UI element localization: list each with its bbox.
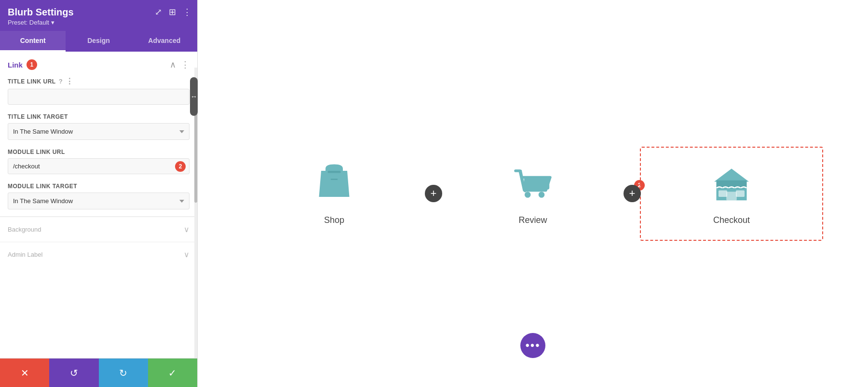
title-link-url-input[interactable] bbox=[8, 89, 190, 105]
title-link-url-group: Title Link URL ? ⋮ bbox=[0, 75, 197, 111]
svg-rect-10 bbox=[719, 190, 727, 197]
module-link-url-label: Module Link URL bbox=[8, 149, 190, 155]
more-icon[interactable]: ⋮ bbox=[183, 7, 191, 17]
add-button-2-wrapper: + 2 bbox=[624, 185, 640, 202]
review-label: Review bbox=[518, 215, 547, 225]
svg-rect-0 bbox=[328, 171, 341, 173]
module-link-url-field: 2 bbox=[8, 158, 190, 174]
blurb-item-shop[interactable]: Shop bbox=[243, 148, 426, 240]
shop-icon bbox=[312, 162, 356, 207]
sidebar-content: Link 1 ∧ ⋮ Title Link URL ? ⋮ Title Link… bbox=[0, 52, 197, 358]
admin-label-label: Admin Label bbox=[8, 251, 42, 258]
svg-rect-12 bbox=[726, 192, 737, 200]
module-link-target-group: Module Link Target In The Same Window In… bbox=[0, 181, 197, 216]
title-link-url-more-icon[interactable]: ⋮ bbox=[66, 77, 74, 86]
redo-button[interactable]: ↻ bbox=[99, 359, 148, 387]
cancel-button[interactable]: ✕ bbox=[0, 359, 49, 387]
link-more-icon[interactable]: ⋮ bbox=[181, 59, 190, 70]
module-link-target-select[interactable]: In The Same Window In A New Tab bbox=[8, 193, 190, 209]
module-link-target-label: Module Link Target bbox=[8, 183, 190, 190]
background-collapse-icon: ∨ bbox=[184, 225, 190, 234]
sidebar-tabs: Content Design Advanced bbox=[0, 31, 197, 52]
title-link-target-select[interactable]: In The Same Window In A New Tab bbox=[8, 123, 190, 140]
module-link-badge: 2 bbox=[175, 161, 186, 172]
undo-button[interactable]: ↺ bbox=[49, 359, 98, 387]
blurb-item-checkout[interactable]: Checkout bbox=[640, 147, 823, 241]
background-label: Background bbox=[8, 226, 41, 233]
sidebar-scrollbar-thumb bbox=[194, 106, 197, 203]
blurb-item-review[interactable]: Review bbox=[441, 148, 624, 240]
link-section-header: Link 1 ∧ ⋮ bbox=[0, 52, 197, 75]
shop-label: Shop bbox=[324, 215, 344, 225]
svg-point-4 bbox=[539, 192, 545, 198]
save-button[interactable]: ✓ bbox=[148, 359, 197, 387]
link-section-title: Link 1 bbox=[8, 59, 37, 70]
tab-content[interactable]: Content bbox=[0, 31, 66, 52]
svg-rect-11 bbox=[736, 190, 745, 197]
checkout-label: Checkout bbox=[713, 215, 750, 225]
link-label: Link bbox=[8, 61, 23, 69]
review-icon bbox=[511, 162, 555, 207]
expand-icon[interactable]: ⤢ bbox=[155, 7, 162, 17]
title-link-target-label: Title Link Target bbox=[8, 113, 190, 120]
sidebar: Blurb Settings Preset: Default ▾ ⤢ ⊞ ⋮ C… bbox=[0, 0, 198, 387]
svg-rect-1 bbox=[331, 179, 338, 180]
resize-handle[interactable] bbox=[190, 77, 198, 116]
tab-advanced[interactable]: Advanced bbox=[132, 31, 197, 52]
sidebar-header-icons: ⤢ ⊞ ⋮ bbox=[155, 7, 191, 17]
title-link-url-label: Title Link URL ? ⋮ bbox=[8, 77, 190, 86]
fab-button[interactable]: ••• bbox=[520, 333, 545, 358]
title-link-target-group: Title Link Target In The Same Window In … bbox=[0, 111, 197, 147]
module-link-url-input[interactable] bbox=[8, 158, 190, 174]
columns-icon[interactable]: ⊞ bbox=[169, 7, 176, 17]
sidebar-preset[interactable]: Preset: Default ▾ bbox=[8, 19, 190, 26]
tab-design[interactable]: Design bbox=[66, 31, 131, 52]
action-bar: ✕ ↺ ↻ ✓ bbox=[0, 358, 197, 387]
admin-label-collapse-icon: ∨ bbox=[184, 250, 190, 259]
svg-rect-2 bbox=[524, 177, 549, 189]
link-section-controls: ∧ ⋮ bbox=[170, 59, 190, 70]
svg-marker-7 bbox=[714, 168, 749, 181]
add-button-2[interactable]: + bbox=[624, 185, 641, 202]
main-canvas: Shop + Review + 2 bbox=[198, 0, 868, 387]
link-collapse-icon[interactable]: ∧ bbox=[170, 59, 176, 70]
blurb-row: Shop + Review + 2 bbox=[217, 147, 849, 241]
svg-point-3 bbox=[525, 192, 531, 198]
module-link-url-group: Module Link URL 2 bbox=[0, 147, 197, 181]
add-button-1[interactable]: + bbox=[425, 185, 442, 202]
sidebar-header: Blurb Settings Preset: Default ▾ ⤢ ⊞ ⋮ bbox=[0, 0, 197, 31]
background-section[interactable]: Background ∨ bbox=[0, 217, 197, 242]
checkout-icon bbox=[710, 162, 753, 207]
link-badge: 1 bbox=[27, 59, 37, 70]
title-link-url-help-icon[interactable]: ? bbox=[59, 78, 63, 85]
admin-label-section[interactable]: Admin Label ∨ bbox=[0, 242, 197, 267]
